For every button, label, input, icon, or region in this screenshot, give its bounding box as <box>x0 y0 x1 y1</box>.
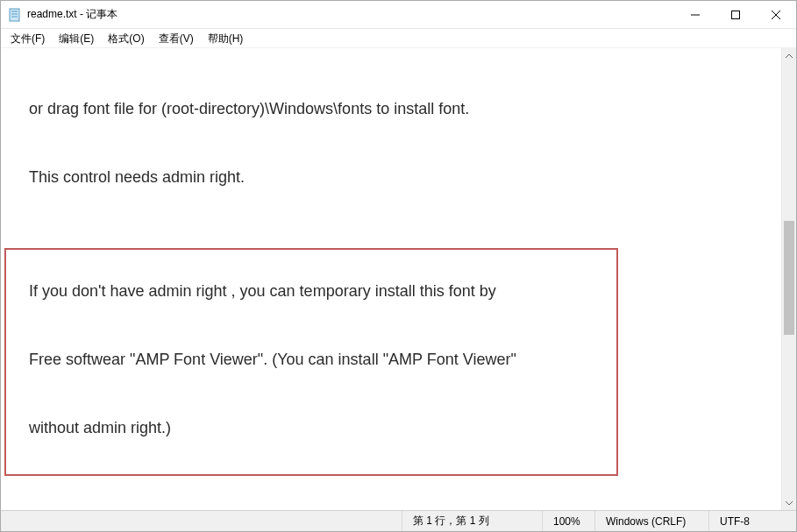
menubar: 文件(F) 编辑(E) 格式(O) 查看(V) 帮助(H) <box>1 29 796 48</box>
text-editor[interactable]: or drag font file for (root-directory)\W… <box>1 48 781 510</box>
scroll-track[interactable] <box>782 63 796 495</box>
menu-view[interactable]: 查看(V) <box>153 31 200 46</box>
status-zoom: 100% <box>542 511 594 531</box>
statusbar: 第 1 行，第 1 列 100% Windows (CRLF) UTF-8 <box>1 510 796 531</box>
text-line: Free softwear "AMP Font Viewer". (You ca… <box>10 348 774 371</box>
scroll-thumb[interactable] <box>784 221 794 335</box>
window-controls <box>675 1 796 28</box>
vertical-scrollbar[interactable] <box>781 48 796 510</box>
notepad-window: readme.txt - 记事本 文件(F) 编辑(E) 格式(O) 查看(V)… <box>0 0 797 532</box>
menu-edit[interactable]: 编辑(E) <box>53 31 100 46</box>
text-line: or drag font file for (root-directory)\W… <box>10 97 774 120</box>
text-line: If you don't have admin right , you can … <box>10 280 774 302</box>
scroll-up-arrow[interactable] <box>782 48 796 63</box>
menu-help[interactable]: 帮助(H) <box>202 31 250 46</box>
svg-rect-0 <box>10 9 19 21</box>
minimize-button[interactable] <box>675 1 715 28</box>
app-icon <box>8 8 22 22</box>
titlebar: readme.txt - 记事本 <box>1 1 796 29</box>
text-line: This control needs admin right. <box>10 166 774 188</box>
menu-format[interactable]: 格式(O) <box>102 31 150 46</box>
status-lineending: Windows (CRLF) <box>594 511 708 531</box>
status-encoding: UTF-8 <box>708 511 796 531</box>
status-position: 第 1 行，第 1 列 <box>402 511 542 531</box>
window-title: readme.txt - 记事本 <box>27 7 675 22</box>
close-button[interactable] <box>756 1 796 28</box>
text-line: without admin right.) <box>10 416 774 439</box>
content-area: or drag font file for (root-directory)\W… <box>1 48 796 510</box>
scroll-down-arrow[interactable] <box>782 495 796 510</box>
menu-file[interactable]: 文件(F) <box>4 31 51 46</box>
svg-rect-5 <box>732 11 740 18</box>
status-spacer <box>1 511 402 531</box>
maximize-button[interactable] <box>715 1 756 28</box>
